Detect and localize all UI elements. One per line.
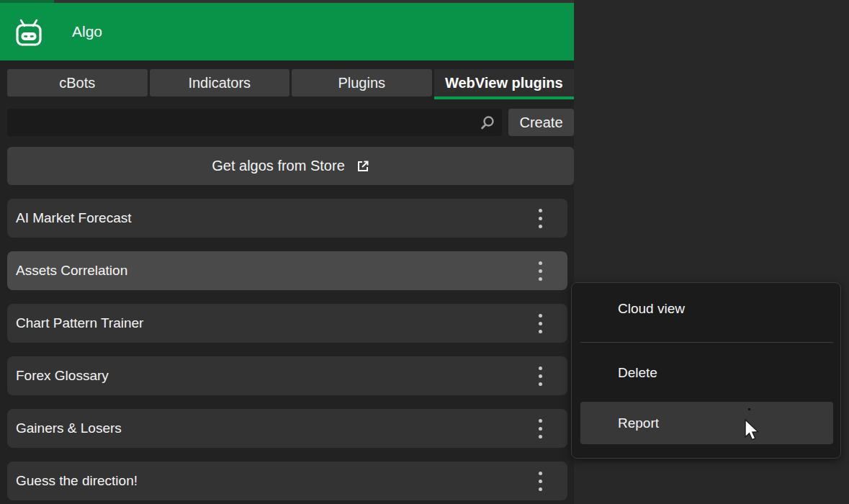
get-algos-from-store-button[interactable]: Get algos from Store [7, 147, 574, 185]
plugin-name: Gainers & Losers [16, 420, 122, 436]
list-item-gainers-and-losers[interactable]: Gainers & Losers [7, 409, 567, 448]
menu-item-report[interactable]: Report [580, 402, 833, 444]
list-item-ai-market-forecast[interactable]: AI Market Forecast [7, 199, 567, 238]
menu-item-cloud-view[interactable]: Cloud view [580, 287, 833, 330]
kebab-menu-icon[interactable] [523, 199, 557, 238]
search-icon[interactable] [479, 114, 496, 131]
plugin-name: Chart Pattern Trainer [16, 315, 143, 331]
plugin-list: AI Market Forecast Assets Correlation Ch… [7, 199, 567, 504]
search-row: Create [7, 109, 574, 136]
search-input[interactable] [14, 109, 475, 136]
list-item-forex-glossary[interactable]: Forex Glossary [7, 356, 567, 395]
tab-plugins[interactable]: Plugins [292, 69, 432, 96]
plugin-name: Forex Glossary [16, 368, 109, 384]
kebab-menu-icon[interactable] [523, 304, 557, 343]
kebab-menu-icon[interactable] [523, 462, 557, 500]
plugin-name: Guess the direction! [16, 473, 138, 489]
store-button-label: Get algos from Store [212, 158, 345, 174]
tab-bar: cBots Indicators Plugins WebView plugins [7, 69, 574, 99]
menu-separator [580, 342, 833, 343]
plugin-name: Assets Correlation [16, 263, 127, 279]
algo-panel-screen: Algo cBots Indicators Plugins WebView pl… [0, 0, 849, 504]
menu-item-delete[interactable]: Delete [580, 351, 833, 395]
tab-cbots[interactable]: cBots [7, 69, 148, 96]
context-menu: Cloud view Delete Report [571, 282, 841, 459]
kebab-menu-icon[interactable] [523, 251, 557, 290]
kebab-menu-icon[interactable] [523, 409, 557, 448]
search-box[interactable] [7, 109, 502, 136]
create-button[interactable]: Create [508, 109, 574, 136]
list-item-assets-correlation[interactable]: Assets Correlation [7, 251, 567, 290]
algo-header: Algo [0, 3, 574, 60]
list-item-guess-the-direction[interactable]: Guess the direction! [7, 462, 567, 500]
robot-icon [15, 18, 42, 47]
panel-title: Algo [72, 3, 102, 60]
tab-indicators[interactable]: Indicators [150, 69, 290, 96]
list-item-chart-pattern-trainer[interactable]: Chart Pattern Trainer [7, 304, 567, 343]
tab-webview-plugins[interactable]: WebView plugins [434, 69, 575, 99]
cursor-artifact-dot [748, 408, 750, 410]
kebab-menu-icon[interactable] [523, 356, 557, 395]
plugin-name: AI Market Forecast [16, 210, 132, 226]
external-link-icon [356, 160, 369, 173]
algo-panel: Algo cBots Indicators Plugins WebView pl… [0, 3, 574, 504]
